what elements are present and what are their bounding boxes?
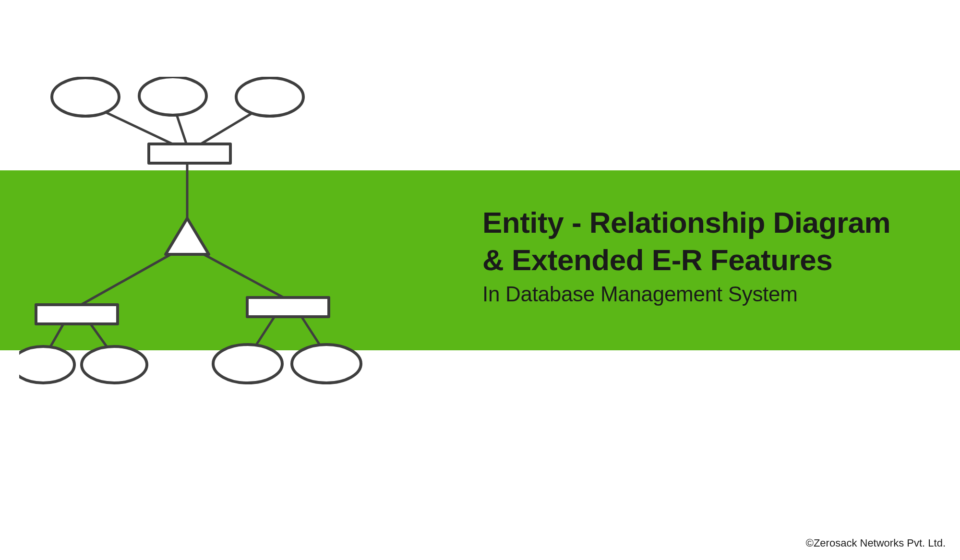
- attribute-ellipse: [19, 346, 74, 383]
- entity-rectangle: [247, 298, 329, 317]
- attribute-ellipse: [139, 77, 206, 115]
- isa-triangle: [166, 218, 209, 254]
- attribute-ellipse: [292, 345, 361, 383]
- entity-rectangle: [149, 144, 230, 163]
- er-diagram: [19, 77, 398, 422]
- copyright-text: ©Zerosack Networks Pvt. Ltd.: [806, 537, 946, 549]
- title-line-1: Entity - Relationship Diagram: [482, 204, 890, 241]
- subtitle: In Database Management System: [482, 282, 890, 306]
- title-line-2: & Extended E-R Features: [482, 241, 890, 279]
- edge: [77, 252, 175, 307]
- attribute-ellipse: [52, 78, 119, 116]
- attribute-ellipse: [213, 345, 282, 383]
- title-block: Entity - Relationship Diagram & Extended…: [482, 204, 890, 306]
- edge: [199, 252, 288, 300]
- entity-rectangle: [36, 305, 118, 324]
- attribute-ellipse: [236, 78, 303, 116]
- attribute-ellipse: [82, 346, 147, 383]
